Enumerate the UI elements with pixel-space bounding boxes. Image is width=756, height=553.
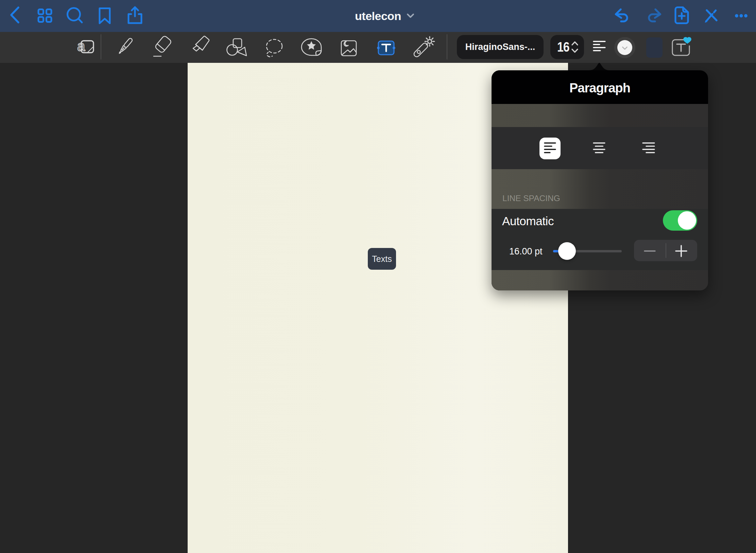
svg-text:a: a [77,38,85,54]
